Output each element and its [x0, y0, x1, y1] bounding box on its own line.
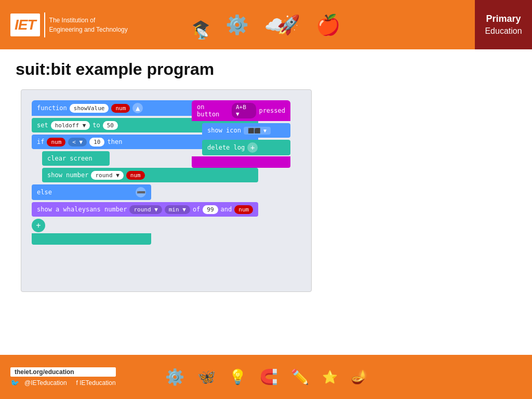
header: IET The Institution of Engineering and T…	[0, 0, 532, 49]
blocks-container: function showValue num ▲ set holdoff ▼ t…	[32, 100, 301, 281]
on-button-block: on button A+B ▼ pressed	[192, 100, 290, 121]
twitter-handle: @IETeducation	[24, 379, 67, 387]
logo-text: The Institution of Engineering and Techn…	[49, 16, 128, 34]
main-content: suit:bit example program function showVa…	[0, 49, 532, 302]
footer-url: theiet.org/education	[10, 367, 116, 377]
bottom-magenta-bar	[192, 156, 290, 168]
footer-lamp-icon: 🪔	[351, 369, 367, 385]
footer-social: 🐦 @IETeducation f IETeducation	[10, 379, 116, 387]
footer-star-icon: ⭐	[322, 370, 338, 384]
bottom-teal-bar	[32, 233, 151, 245]
gear-icon: ⚙️	[225, 14, 249, 36]
facebook-handle: f IETeducation	[76, 379, 116, 387]
footer-magnet-icon: 🧲	[260, 368, 278, 385]
footer-icons: ⚙️ 🦋 💡 🧲 ✏️ ⭐ 🪔	[165, 368, 367, 386]
else-block: else ➖	[32, 184, 151, 200]
footer: theiet.org/education 🐦 @IETeducation f I…	[0, 355, 532, 399]
drone-icon: 🎓 📡	[192, 12, 210, 37]
footer-gear-icon: ⚙️	[165, 368, 184, 386]
show-icon-block: show icon ⬛⬛ ▼	[202, 123, 290, 138]
apple-icon: 🍎	[316, 14, 340, 36]
primary-education-badge: Primary Education	[475, 0, 532, 49]
clear-screen-block: clear screen	[42, 151, 110, 166]
right-block-group: on button A+B ▼ pressed show icon ⬛⬛ ▼ d…	[192, 100, 290, 168]
logo-divider	[44, 12, 45, 37]
plane-cloud-icon: ☁️ 🚀	[264, 14, 300, 36]
footer-butterfly-icon: 🦋	[197, 368, 216, 385]
iet-logo: IET The Institution of Engineering and T…	[10, 12, 128, 37]
iet-letters: IET	[15, 17, 36, 33]
header-icons: 🎓 📡 ⚙️ ☁️ 🚀 🍎	[192, 12, 340, 37]
show-number-block: show number round ▼ num	[42, 168, 258, 182]
code-block-area: function showValue num ▲ set holdoff ▼ t…	[21, 89, 312, 292]
delete-log-block: delete log +	[202, 140, 290, 155]
show-whaleysans-block: show a whaleysans number round ▼ min ▼ o…	[32, 202, 258, 217]
footer-left: theiet.org/education 🐦 @IETeducation f I…	[10, 367, 116, 387]
footer-bulb-icon: 💡	[229, 368, 247, 385]
twitter-icon: 🐦	[10, 379, 19, 387]
page-title: suit:bit example program	[16, 60, 516, 79]
footer-pencil-icon: ✏️	[291, 368, 309, 385]
add-block-button[interactable]: +	[32, 219, 258, 232]
